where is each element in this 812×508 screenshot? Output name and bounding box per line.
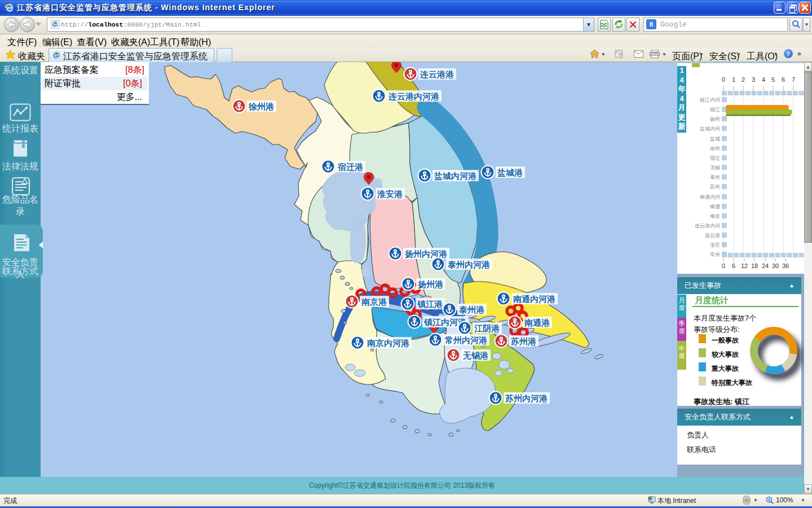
svg-text:盐城内河: 盐城内河 [700,126,720,132]
svg-text:6: 6 [732,262,735,269]
svg-text:5: 5 [771,76,775,83]
svg-text:18: 18 [751,262,758,269]
svg-text:2: 2 [742,76,745,83]
svg-text:连云港港: 连云港港 [420,69,454,79]
svg-text:镇江港: 镇江港 [417,299,443,309]
svg-text:常州内河港: 常州内河港 [444,335,488,345]
svg-text:7: 7 [792,76,795,83]
svg-text:3: 3 [752,76,755,83]
svg-text:24: 24 [762,262,769,269]
svg-text:0: 0 [722,76,725,83]
svg-text:连云港内河: 连云港内河 [695,223,720,229]
svg-text:南通港: 南通港 [524,318,550,327]
svg-text:镇江内河: 镇江内河 [699,97,720,103]
svg-text:苏州内河港: 苏州内河港 [505,393,548,403]
svg-text:无锡: 无锡 [710,165,720,170]
svg-text:淮安港: 淮安港 [377,189,403,199]
svg-text:泰州: 泰州 [710,174,720,180]
svg-text:镇江: 镇江 [709,107,720,112]
svg-text:南京港: 南京港 [361,297,387,306]
svg-text:扬州内河港: 扬州内河港 [404,249,448,259]
svg-text:苏州港: 苏州港 [510,336,537,346]
svg-text:宿迁港: 宿迁港 [337,162,364,172]
svg-text:12: 12 [741,262,748,269]
svg-text:泰州内河港: 泰州内河港 [447,260,491,269]
svg-text:苏州: 苏州 [710,184,720,190]
svg-text:南京: 南京 [710,213,720,219]
svg-text:常州: 常州 [710,252,720,257]
svg-text:南通内河港: 南通内河港 [513,294,556,304]
svg-text:6: 6 [782,76,785,83]
svg-text:0: 0 [722,262,725,269]
svg-text:盐城: 盐城 [710,136,720,142]
svg-text:淮安: 淮安 [710,242,720,248]
svg-text:南通内河: 南通内河 [700,194,720,200]
svg-text:盐城港: 盐城港 [497,168,523,177]
svg-text:南通: 南通 [710,204,720,209]
svg-text:无锡港: 无锡港 [462,351,489,360]
svg-text:盐城内河港: 盐城内河港 [434,171,477,181]
svg-text:扬州: 扬州 [710,116,720,122]
svg-text:南京内河港: 南京内河港 [367,338,410,348]
svg-text:徐州: 徐州 [710,146,720,151]
svg-text:徐州港: 徐州港 [248,102,275,111]
svg-text:30: 30 [772,262,779,269]
svg-text:宿迁: 宿迁 [710,155,720,161]
svg-text:扬州港: 扬州港 [417,279,444,289]
svg-text:连云港: 连云港 [705,233,720,238]
svg-text:1: 1 [732,76,735,83]
svg-text:泰州港: 泰州港 [458,305,485,314]
svg-text:连云港内河港: 连云港内河港 [388,91,440,101]
svg-text:江阴港: 江阴港 [474,323,500,333]
svg-text:4: 4 [762,76,765,83]
svg-text:36: 36 [782,262,789,269]
